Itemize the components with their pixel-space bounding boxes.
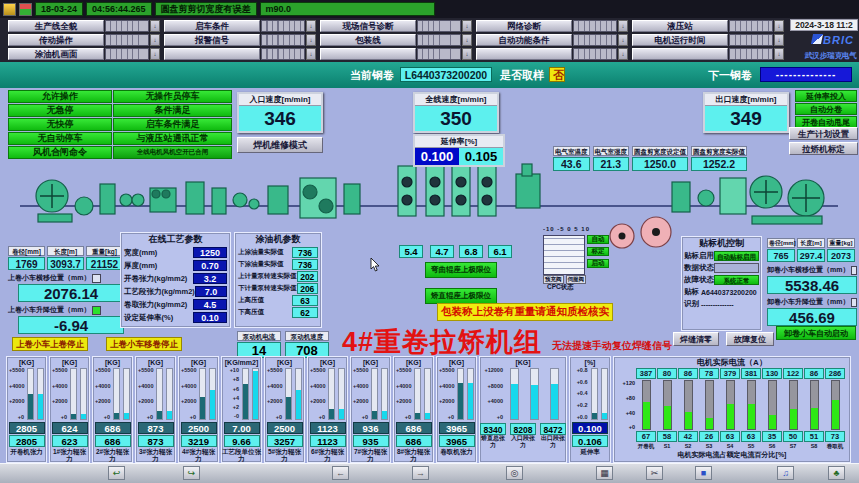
sample-label: 是否取样 [500,68,544,83]
menu-group: 涂油机画面 ↓ [8,48,160,60]
menu-mini-button[interactable]: ↓ [462,48,472,60]
menu-button[interactable]: 现场信号诊断 [320,20,416,32]
menu-mini-button[interactable]: ↓ [150,34,160,46]
menu-mini-button[interactable]: ↓ [150,20,160,32]
grid-view-icon[interactable]: ▦ [596,466,613,480]
menu-button[interactable]: 液压站 [632,20,728,32]
gauge-tick: +5500 [52,368,67,374]
motor-percent-value: 51 [804,431,824,442]
gauge-unit: [KG] [105,358,120,367]
undo-icon[interactable]: ↩ [108,466,125,480]
menu-mini-button[interactable]: ↓ [618,20,628,32]
menu-mini-button[interactable]: ↓ [618,34,628,46]
gauge-ticks: +5500+4000+2000+0 [95,368,110,420]
menu-button[interactable]: 生产线全貌 [8,20,104,32]
entry-car-load-stop-button[interactable]: 上卷小车上卷停止 [12,337,88,351]
menu-button[interactable]: 涂油机画面 [8,48,104,60]
section-bar [510,368,519,420]
condition-lamp: 无操作员停车 [113,90,232,103]
hmi-screen: 18-03-24 04:56:44.265 圆盘剪剪切宽度有误差 m90.0 生… [0,0,859,483]
condition-lamps: 允许操作 无操作员停车 无急停 条件满足 无快停 启车条件满足 无自动停车 与液… [8,90,232,159]
weld-clear-button[interactable]: 焊缝清零 [673,332,719,346]
entry-traverse-checkbox[interactable] [92,274,101,283]
menu-mini-button[interactable]: ↓ [306,20,316,32]
menu-button[interactable]: 传动操作 [8,34,104,46]
system-grid-icon[interactable] [3,3,16,16]
menu-button[interactable] [476,48,572,60]
exit-lift-checkbox[interactable] [851,298,857,307]
menu-mini-button[interactable]: ↓ [618,48,628,60]
motor-current-bar [726,380,735,430]
entry-coil-header: 重量[kg] [86,246,123,256]
menu-indicator-cells [261,48,305,60]
plant-icon[interactable]: ♣ [828,466,845,480]
prev-page-icon[interactable]: ← [332,466,349,480]
menu-mini-button[interactable]: ↓ [774,20,784,32]
welder-maintenance-button[interactable]: 焊机维修模式 [237,137,323,153]
param-label: 设定延伸率(%) [124,313,173,323]
alarm-bell-icon[interactable] [19,3,32,16]
cpc-button[interactable]: 启动 [587,259,609,268]
app-icon[interactable]: ■ [695,466,712,480]
menu-indicator-cells [573,20,617,32]
menu-button[interactable] [632,48,728,60]
exit-traverse-checkbox[interactable] [851,266,857,275]
sample-toggle[interactable]: 否 [549,67,565,82]
entry-coil-col: 重量[kg] 21152 [86,246,123,270]
exit-car-auto-start-button[interactable]: 卸卷小车自动启动 [776,326,856,340]
condition-lamp: 允许操作 [8,90,112,103]
motor-tick: +120 [619,381,635,387]
entry-car-move-stop-button[interactable]: 上卷小车移卷停止 [106,337,182,351]
tension-gauge: [KG] +5500+4000+2000+0 2500 3219 4#张力辊张力 [178,356,219,463]
menu-button[interactable]: 电机运行时间 [632,34,728,46]
shear-icon[interactable]: ✂ [646,466,663,480]
fault-reset-button[interactable]: 故障复位 [726,332,774,346]
motor-column: 379 63 S4 [720,368,740,450]
exit-traverse-value: 5538.46 [767,276,857,294]
gauge-tick: +2000 [9,399,24,405]
view-icon[interactable]: ◎ [506,466,523,480]
param-label: 卷取张力(kg/mm2) [124,300,187,310]
menu-group: 启车条件 ↓ [164,20,316,32]
auto-function-button[interactable]: 自动分卷 [795,103,857,115]
menu-mini-button[interactable]: ↓ [462,34,472,46]
entry-lift-checkbox[interactable] [92,306,101,315]
gauge-ticks: +0.8+0.6+0.4+0.2+0.0 [573,368,588,420]
labeler-row: 故障状态 系统正常 [682,274,761,286]
menu-button[interactable]: 报警信号 [164,34,260,46]
exit-lift-value: 456.69 [767,308,857,326]
auto-function-button[interactable]: 延伸率投入 [795,90,857,102]
sound-icon[interactable]: ♫ [777,466,794,480]
setup-button[interactable]: 生产计划设置 [789,127,858,140]
section-name: 矫直总张力 [480,435,506,449]
menu-button[interactable]: 包装线 [320,34,416,46]
menu-button[interactable]: 网络诊断 [476,20,572,32]
menu-mini-button[interactable]: ↓ [774,34,784,46]
menu-mini-button[interactable]: ↓ [462,20,472,32]
menu-group: 电机运行时间 ↓ [632,34,784,46]
next-page-icon[interactable]: → [412,466,429,480]
menu-mini-button[interactable]: ↓ [774,48,784,60]
setup-button[interactable]: 拉矫机标定 [789,142,858,155]
cpc-button[interactable]: 自动 [587,235,609,244]
tension-gauge: [KG] +5500+4000+2000+0 873 873 3#张力辊张力 [135,356,176,463]
redo-icon[interactable]: ↪ [183,466,200,480]
gauge-bars: +0.8+0.6+0.4+0.2+0.0 [573,368,608,420]
gauge-tick: +0 [310,415,325,421]
gauge-tick: +5500 [267,368,282,374]
menu-button[interactable] [320,48,416,60]
menu-button[interactable]: 自动功能条件 [476,34,572,46]
menu-mini-button[interactable]: ↓ [306,34,316,46]
motor-current-value: 286 [825,368,845,379]
menu-button[interactable]: 启车条件 [164,20,260,32]
menu-mini-button[interactable]: ↓ [150,48,160,60]
menu-mini-button[interactable]: ↓ [306,48,316,60]
gauge-tick: +0 [95,415,110,421]
gauge-tick: +2000 [52,399,67,405]
motor-label: S1 [664,443,671,450]
gauge-tick: +4000 [310,384,325,390]
cpc-button[interactable]: 标定 [587,247,609,256]
motor-current-bar [810,380,819,430]
menu-button[interactable] [164,48,260,60]
motor-tick: +40 [619,411,635,417]
